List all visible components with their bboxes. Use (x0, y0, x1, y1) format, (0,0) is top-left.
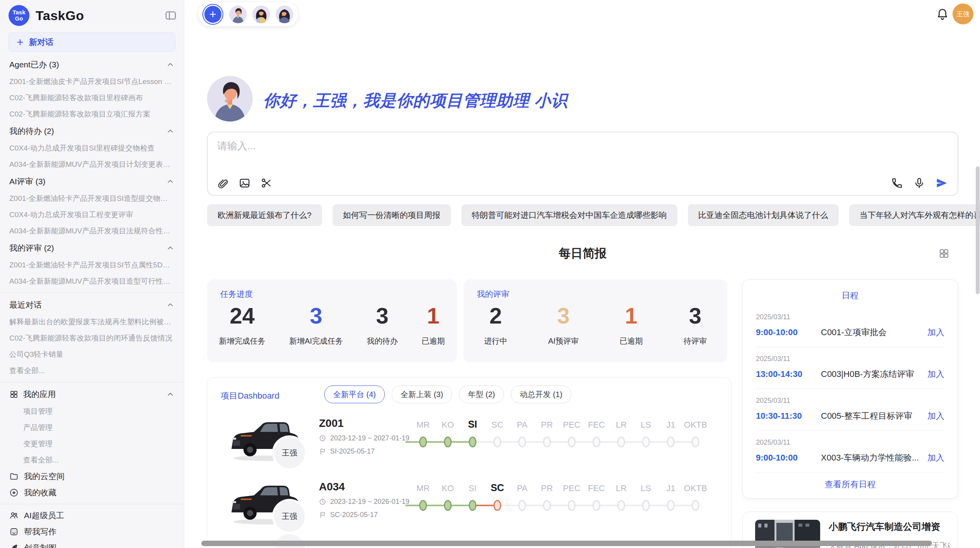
sidebar-section-header[interactable]: Agent已办 (3) (0, 56, 184, 74)
stat-item: 1已逾期 (620, 304, 643, 346)
sidebar: Task Go TaskGo 新对话 Agent已办 (3)Z001-全新燃油皮… (0, 0, 184, 548)
milestone-node (469, 437, 476, 447)
suggestion-chip[interactable]: 比亚迪全固态电池计划具体说了什么 (688, 204, 839, 226)
sidebar-section-header[interactable]: 我的应用 (0, 385, 184, 403)
suggestion-chip[interactable]: 欧洲新规最近颁布了什么? (207, 204, 322, 226)
sidebar-item[interactable]: 产品管理 (0, 420, 184, 436)
help-write-label: 帮我写作 (24, 526, 57, 537)
milestone-node (493, 500, 501, 511)
sidebar-item[interactable]: Z001-全新燃油皮卡产品开发项目SI节点Lesson Learn报告 (0, 74, 184, 90)
scissors-icon[interactable] (260, 177, 272, 189)
sidebar-item[interactable]: Z001-全新燃油轻卡产品开发项目SI造型提交物评审 (0, 190, 184, 207)
sidebar-item[interactable]: A034-全新新能源MUV产品开发项目计划变更表编写 (0, 156, 184, 173)
message-input[interactable] (216, 139, 876, 168)
project-row-a034[interactable]: 王强 A034 2023-12-19 ~ 2026-01-19 SC-2025-… (207, 478, 731, 542)
avatar-session-2[interactable] (252, 5, 270, 23)
milestone-label: LS (634, 420, 658, 430)
chevron-up-icon[interactable] (166, 301, 175, 309)
notification-bell-icon[interactable] (936, 8, 949, 21)
schedule-list: 2025/03/119:00-10:00C001-立项审批会加入2025/03/… (756, 305, 944, 473)
milestone-nodes (411, 498, 708, 515)
suggestion-chip[interactable]: 如何写一份清晰的项目周报 (332, 204, 451, 226)
sidebar-section: 我的应用项目管理产品管理变更管理查看全部... (0, 385, 184, 468)
flag-icon (319, 448, 326, 455)
sidebar-item[interactable]: 项目管理 (0, 403, 184, 420)
join-link[interactable]: 加入 (927, 410, 944, 422)
sidebar-section: 最近对话解释最新出台的欧盟报废车法规再生塑料比例被调至15%...C02-飞腾新… (0, 296, 184, 379)
sidebar-item[interactable]: 公司Q3轻卡销量 (0, 346, 184, 363)
chevron-up-icon[interactable] (166, 390, 175, 399)
logo-text-top: Task (12, 9, 25, 15)
avatar-session-3[interactable] (276, 5, 293, 23)
apps-grid-icon (9, 390, 19, 399)
sidebar-section-header[interactable]: AI评审 (3) (0, 173, 184, 190)
sidebar-item[interactable]: 查看全部... (0, 452, 184, 468)
layout-grid-icon[interactable] (938, 248, 950, 259)
chevron-up-icon[interactable] (166, 60, 175, 69)
image-icon[interactable] (239, 177, 250, 189)
sidebar-item-favorites[interactable]: 我的收藏 (0, 485, 184, 501)
join-link[interactable]: 加入 (927, 452, 944, 464)
attachment-icon[interactable] (217, 177, 229, 189)
sidebar-item[interactable]: A034-全新新能源MUV产品开发项目造型可行性评审 (0, 273, 184, 289)
people-icon (9, 511, 19, 520)
sidebar-item[interactable]: 变更管理 (0, 436, 184, 452)
vertical-scrollbar[interactable] (976, 166, 980, 294)
send-icon[interactable] (936, 177, 947, 189)
sidebar-item[interactable]: Z001-全新燃油轻卡产品开发项目SI节点属性5D文件评审 (0, 257, 184, 273)
microphone-icon[interactable] (913, 177, 925, 189)
sidebar-item-help-write[interactable]: 帮我写作 (0, 524, 184, 540)
quill-icon (9, 543, 19, 548)
schedule-time: 9:00-10:00 (756, 327, 821, 337)
join-link[interactable]: 加入 (927, 368, 944, 380)
sidebar-item[interactable]: 查看全部... (0, 363, 184, 379)
new-chat-button[interactable]: 新对话 (9, 33, 175, 52)
project-flag: SI-2025-05-17 (319, 447, 375, 456)
sidebar-section-label: 最近对话 (9, 300, 161, 310)
milestone-node (493, 437, 501, 447)
suggestion-chip[interactable]: 当下年轻人对汽车外观有怎样的喜好趋势 (849, 204, 980, 226)
schedule-row: 13:00-14:30C003|H0B-方案冻结评审加入 (756, 368, 944, 380)
sidebar-item[interactable]: C02-飞腾新能源轻客改款项目立项汇报方案 (0, 106, 184, 122)
phone-icon[interactable] (891, 177, 903, 189)
sidebar-item[interactable]: C02-飞腾新能源轻客改款项目的闭环通告反馈情况 (0, 330, 184, 346)
chevron-up-icon[interactable] (166, 177, 175, 186)
chevron-up-icon[interactable] (166, 127, 175, 135)
creative-drawing-label: 创意制图 (24, 543, 57, 548)
sidebar-item-ai-super-staff[interactable]: AI超级员工 (0, 507, 184, 524)
sidebar-divider (0, 504, 184, 504)
sidebar-section-header[interactable]: 我的评审 (2) (0, 239, 184, 257)
project-row-z001[interactable]: 王强 Z001 2023-12-19 ~ 2027-01-19 SI-2025-… (207, 415, 731, 479)
milestone-label: SI (460, 419, 485, 430)
stat-label: 新增AI完成任务 (289, 336, 343, 346)
join-link[interactable]: 加入 (927, 327, 944, 338)
stat-item: 3待评审 (684, 304, 707, 346)
user-avatar[interactable]: 王强 (953, 3, 973, 24)
dashboard-tab[interactable]: 动总开发 (1) (511, 385, 571, 403)
milestone-label: PR (535, 420, 559, 430)
sidebar-section-header[interactable]: 我的待办 (2) (0, 122, 184, 140)
schedule-date: 2025/03/11 (756, 355, 944, 363)
stat-value: 3 (376, 304, 389, 327)
sidebar-item-creative-drawing[interactable]: 创意制图 (0, 540, 184, 548)
stat-label: 已逾期 (421, 336, 445, 346)
sidebar-item[interactable]: A034-全新新能源MUV产品开发项目法规符合性评审 (0, 223, 184, 239)
dashboard-tab[interactable]: 全新上装 (3) (392, 385, 452, 403)
sidebar-item[interactable]: C0X4-动力总成开发项目工程变更评审 (0, 207, 184, 223)
suggestion-chip[interactable]: 特朗普可能对进口汽车增税会对中国车企造成哪些影响 (461, 204, 677, 226)
horizontal-scrollbar[interactable] (201, 541, 932, 546)
chevron-up-icon[interactable] (166, 244, 175, 252)
add-session-button[interactable] (204, 6, 221, 23)
sidebar-item-cloud-space[interactable]: 我的云空间 (0, 468, 184, 485)
sidebar-item[interactable]: C02-飞腾新能源轻客改款项目里程碑画布 (0, 90, 184, 106)
sidebar-collapse-icon[interactable] (164, 9, 177, 22)
view-all-schedule-link[interactable]: 查看所有日程 (743, 479, 958, 490)
sidebar-item[interactable]: 解释最新出台的欧盟报废车法规再生塑料比例被调至15%... (0, 314, 184, 330)
dashboard-tab[interactable]: 全新平台 (4) (324, 385, 385, 403)
schedule-item: 2025/03/1113:00-14:30C003|H0B-方案冻结评审加入 (756, 347, 944, 389)
avatar-session-1[interactable] (229, 5, 247, 23)
schedule-item: 2025/03/1110:30-11:30C005-整车工程目标评审加入 (756, 389, 944, 431)
dashboard-tab[interactable]: 年型 (2) (459, 385, 504, 403)
sidebar-item[interactable]: C0X4-动力总成开发项目SI里程碑提交物检查 (0, 140, 184, 156)
sidebar-section-header[interactable]: 最近对话 (0, 296, 184, 314)
